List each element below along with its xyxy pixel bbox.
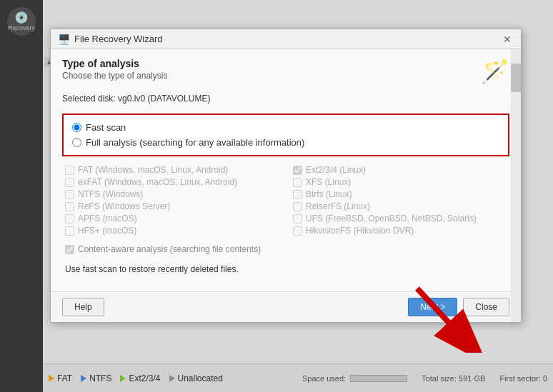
info-text: Use fast scan to restore recently delete… <box>62 264 509 274</box>
fs-apfs-checkbox[interactable] <box>65 214 74 223</box>
dialog-header-title: Type of analysis <box>62 58 167 69</box>
fs-ntfs[interactable]: NTFS (Windows) <box>65 189 279 199</box>
dialog-header-subtitle: Choose the type of analysis <box>62 71 167 81</box>
dialog-footer: Help Next > Close <box>51 291 521 322</box>
fs-xfs-label: XFS (Linux) <box>306 177 351 187</box>
fs-exfat-checkbox[interactable] <box>65 178 74 187</box>
fs-ufs-label: UFS (FreeBSD, OpenBSD, NetBSD, Solaris) <box>306 213 477 223</box>
full-analysis-label[interactable]: Full analysis (searching for any availab… <box>86 137 304 148</box>
fast-scan-radio[interactable] <box>72 123 81 132</box>
fs-ext[interactable]: Ext2/3/4 (Linux) <box>293 165 507 175</box>
dialog-close-button[interactable]: ✕ <box>501 33 514 46</box>
fs-ufs-checkbox[interactable] <box>293 214 302 223</box>
close-button[interactable]: Close <box>463 298 509 316</box>
fs-apfs[interactable]: APFS (macOS) <box>65 213 279 223</box>
selected-disk-label: Selected disk: vg0.lv0 (DATAVOLUME) <box>62 91 509 106</box>
dialog-scrollbar[interactable] <box>511 49 521 322</box>
content-aware-label: Content-aware analysis (searching file c… <box>78 244 261 254</box>
fs-hfsplus-checkbox[interactable] <box>65 226 74 236</box>
fs-xfs[interactable]: XFS (Linux) <box>293 177 507 187</box>
fs-hfsplus-label: HFS+ (macOS) <box>78 226 136 236</box>
full-analysis-option[interactable]: Full analysis (searching for any availab… <box>72 137 499 148</box>
fs-fat[interactable]: FAT (Windows, macOS, Linux, Android) <box>65 165 279 175</box>
filesystem-grid: FAT (Windows, macOS, Linux, Android) Ext… <box>62 165 509 236</box>
fs-hikvision[interactable]: HikvisionFS (Hikvision DVR) <box>293 226 507 236</box>
wizard-icon: 🪄 <box>481 58 509 85</box>
fs-exfat-label: exFAT (Windows, macOS, Linux, Android) <box>78 177 237 187</box>
fs-exfat[interactable]: exFAT (Windows, macOS, Linux, Android) <box>65 177 279 187</box>
dialog-title-left: 🖥️ File Recovery Wizard <box>58 34 163 45</box>
content-aware-checkbox[interactable] <box>65 245 74 254</box>
footer-right-buttons: Next > Close <box>408 298 509 316</box>
fs-fat-label: FAT (Windows, macOS, Linux, Android) <box>78 165 228 175</box>
fs-ext-label: Ext2/3/4 (Linux) <box>306 165 366 175</box>
fast-scan-option[interactable]: Fast scan <box>72 122 499 133</box>
dialog-header: Type of analysis Choose the type of anal… <box>51 49 521 91</box>
fs-reiserfs-label: ReiserFS (Linux) <box>306 201 370 211</box>
fs-refs-label: ReFS (Windows Server) <box>78 201 170 211</box>
fs-btrfs[interactable]: Btrfs (Linux) <box>293 189 507 199</box>
fs-reiserfs-checkbox[interactable] <box>293 202 302 211</box>
content-aware-row[interactable]: Content-aware analysis (searching file c… <box>62 244 509 254</box>
dialog-app-icon: 🖥️ <box>58 34 70 45</box>
dialog-header-text: Type of analysis Choose the type of anal… <box>62 58 167 81</box>
fs-refs-checkbox[interactable] <box>65 202 74 211</box>
file-recovery-dialog: 🖥️ File Recovery Wizard ✕ Type of analys… <box>50 29 522 323</box>
dialog-scrollbar-thumb[interactable] <box>511 64 521 92</box>
fs-btrfs-checkbox[interactable] <box>293 190 302 199</box>
fs-btrfs-label: Btrfs (Linux) <box>306 189 352 199</box>
full-analysis-radio[interactable] <box>72 138 81 147</box>
fs-hikvision-label: HikvisionFS (Hikvision DVR) <box>306 226 414 236</box>
fast-scan-label[interactable]: Fast scan <box>86 122 126 133</box>
fs-fat-checkbox[interactable] <box>65 166 74 175</box>
fs-reiserfs[interactable]: ReiserFS (Linux) <box>293 201 507 211</box>
fs-ufs[interactable]: UFS (FreeBSD, OpenBSD, NetBSD, Solaris) <box>293 213 507 223</box>
fs-ntfs-label: NTFS (Windows) <box>78 189 143 199</box>
dialog-titlebar: 🖥️ File Recovery Wizard ✕ <box>51 29 521 49</box>
fs-xfs-checkbox[interactable] <box>293 178 302 187</box>
help-button[interactable]: Help <box>62 298 104 316</box>
fs-refs[interactable]: ReFS (Windows Server) <box>65 201 279 211</box>
next-button[interactable]: Next > <box>408 298 457 316</box>
dialog-body: Selected disk: vg0.lv0 (DATAVOLUME) Fast… <box>51 91 521 291</box>
fs-ntfs-checkbox[interactable] <box>65 190 74 199</box>
fs-ext-checkbox[interactable] <box>293 166 302 175</box>
radio-options-box: Fast scan Full analysis (searching for a… <box>62 114 509 156</box>
fs-apfs-label: APFS (macOS) <box>78 213 137 223</box>
fs-hikvision-checkbox[interactable] <box>293 226 302 236</box>
dialog-title-text: File Recovery Wizard <box>74 34 163 44</box>
fs-hfsplus[interactable]: HFS+ (macOS) <box>65 226 279 236</box>
